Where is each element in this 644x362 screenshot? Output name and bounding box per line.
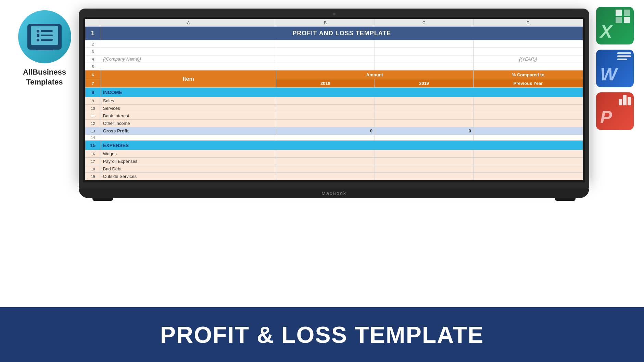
empty-row-3: 3 [85,48,583,55]
spacer-row-14: 14 [85,135,583,141]
row-num: 12 [85,120,101,127]
word-line [617,52,631,54]
bad-debt-2018 [276,165,375,173]
row-num: 1 [85,27,101,40]
ppt-bar [628,97,631,105]
outside-services-2018 [276,173,375,180]
services-label: Services [101,105,276,112]
row-num: 2 [85,40,101,48]
cell [473,135,583,141]
sales-label: Sales [101,97,276,105]
app-icons-panel: X W P [596,7,634,130]
cell [276,135,375,141]
gross-profit-2018: 0 [276,127,375,135]
grid-cell [624,10,630,16]
logo-text-line [41,30,53,32]
word-line [617,55,631,57]
cell [276,55,375,63]
laptop-bezel: A B C D 1 PROFIT AND LOSS TEMPLATE [83,17,585,182]
wages-row: 16 Wages [85,150,583,158]
services-2018 [276,105,375,112]
logo-computer [27,24,62,50]
other-income-2019 [375,120,473,127]
cell [101,63,276,70]
logo-bullet [37,39,39,41]
gross-profit-pct [473,127,583,135]
camera-dot [333,13,336,15]
col-header-a: A [101,19,276,27]
cell [276,40,375,48]
payroll-row: 17 Payroll Expenses [85,158,583,165]
sales-pct [473,97,583,105]
row-num: 17 [85,158,101,165]
laptop-feet [79,198,589,201]
logo-bullet [37,34,39,37]
wages-2019 [375,150,473,158]
column-header-row: A B C D [85,19,583,27]
cell [375,40,473,48]
laptop-screen-outer: A B C D 1 PROFIT AND LOSS TEMPLATE [79,9,589,182]
pct-header-top: % Compared to [473,70,583,79]
cell [473,48,583,55]
row-num: 14 [85,135,101,141]
bank-interest-row: 11 Bank Interest [85,112,583,120]
cell [473,63,583,70]
company-placeholder: {{Company Name}} [101,55,276,63]
row-num: 8 [85,88,101,97]
cell [101,135,276,141]
grid-cell [616,17,622,23]
year-placeholder: {{YEAR}} [473,55,583,63]
powerpoint-icon[interactable]: P [596,92,634,130]
header-item-row: 6 Item Amount % Compared to [85,70,583,79]
cell [375,63,473,70]
excel-icon[interactable]: X [596,7,634,44]
services-pct [473,105,583,112]
row-num: 13 [85,127,101,135]
wages-label: Wages [101,150,276,158]
sales-row: 9 Sales [85,97,583,105]
payroll-2018 [276,158,375,165]
col-header-rownum [85,19,101,27]
cell [101,40,276,48]
cell [375,135,473,141]
row-num: 18 [85,165,101,173]
expenses-label: EXPENSES [101,141,583,150]
ppt-chart [619,95,631,105]
col-header-d: D [473,19,583,27]
cell [375,55,473,63]
laptop-base-bottom: MacBook [79,189,589,198]
services-row: 10 Services [85,105,583,112]
sales-2019 [375,97,473,105]
bad-debt-2019 [375,165,473,173]
wages-pct [473,150,583,158]
logo-line-1 [37,30,53,33]
payroll-label: Payroll Expenses [101,158,276,165]
bottom-banner-text: PROFIT & LOSS TEMPLATE [160,321,484,348]
excel-grid [616,10,631,25]
row-num: 4 [85,55,101,63]
row-num: 5 [85,63,101,70]
cell [276,63,375,70]
bank-interest-pct [473,112,583,120]
outside-services-pct [473,173,583,180]
bank-interest-2019 [375,112,473,120]
row-num: 11 [85,112,101,120]
row-num: 7 [85,79,101,88]
title-row: 1 PROFIT AND LOSS TEMPLATE [85,27,583,40]
logo-line-3 [37,39,53,41]
bad-debt-row: 18 Bad Debt [85,165,583,173]
empty-row-5: 5 [85,63,583,70]
item-header: Item [101,70,276,88]
bank-interest-2018 [276,112,375,120]
row-num: 19 [85,173,101,180]
logo-text-line [41,35,53,36]
cell [276,48,375,55]
income-section-header: 8 INCOME [85,88,583,97]
brand-name: AllBusiness Templates [23,67,66,87]
grid-cell [624,17,630,23]
word-icon[interactable]: W [596,50,634,87]
ppt-letter: P [600,107,612,127]
bank-interest-label: Bank Interest [101,112,276,120]
word-lines [617,52,631,60]
logo-text-line [41,39,53,41]
